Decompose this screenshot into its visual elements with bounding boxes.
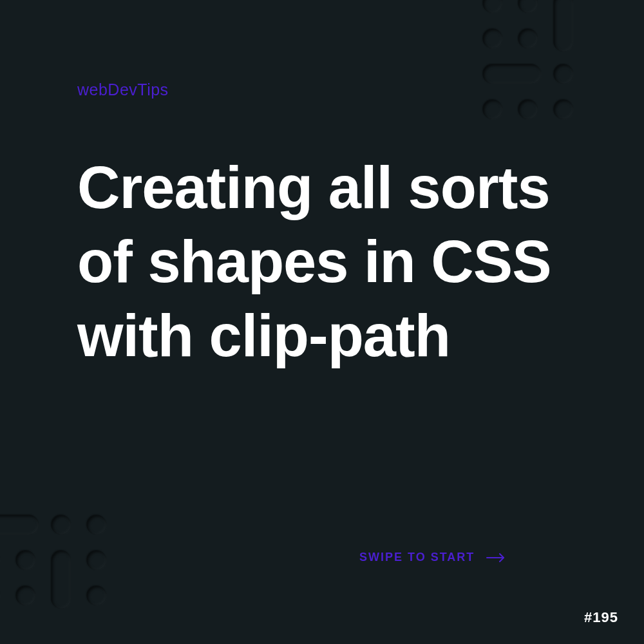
post-number: #195 — [584, 609, 618, 626]
swipe-label: SWIPE TO START — [359, 551, 475, 564]
decorative-pattern-bottom-left — [0, 515, 135, 644]
swipe-cta[interactable]: SWIPE TO START — [359, 551, 506, 564]
arrow-right-icon — [486, 553, 506, 562]
slide-card: webDevTips Creating all sorts of shapes … — [0, 0, 644, 644]
brand-label: webDevTips — [77, 80, 567, 99]
slide-title: Creating all sorts of shapes in CSS with… — [77, 151, 567, 373]
